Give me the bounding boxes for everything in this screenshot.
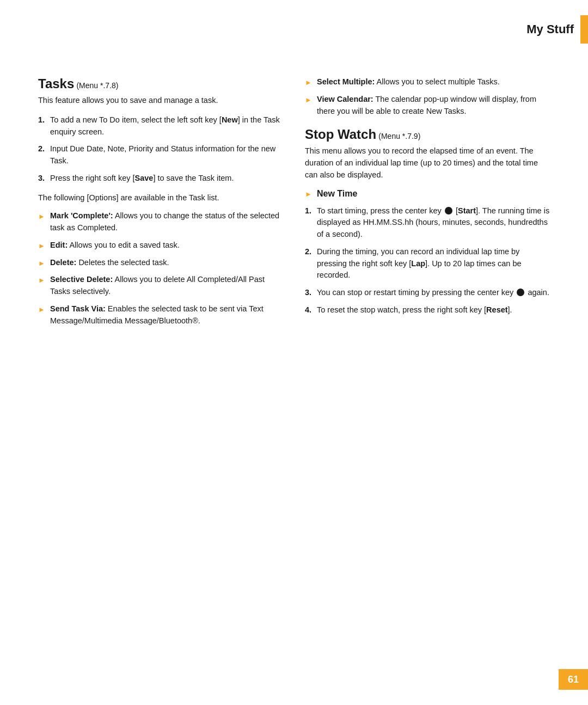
arrow-item-select-multiple: ► Select Multiple: Allows you to select … bbox=[305, 76, 550, 88]
arrow-text-1: Mark 'Complete': Allows you to change th… bbox=[50, 210, 283, 234]
arrow-text-5: Send Task Via: Enables the selected task… bbox=[50, 303, 283, 327]
sw-step-4-text: To reset the stop watch, press the right… bbox=[317, 304, 550, 316]
arrow-text-select-multiple: Select Multiple: Allows you to select mu… bbox=[317, 76, 550, 88]
task-step-1: 1. To add a new To Do item, select the l… bbox=[38, 114, 283, 138]
tasks-title: Tasks bbox=[38, 76, 74, 91]
sw-step-2-number: 2. bbox=[305, 246, 314, 281]
task-step-3: 3. Press the right soft key [Save] to sa… bbox=[38, 173, 283, 185]
circle-icon-2 bbox=[517, 289, 524, 296]
header-title: My Stuff bbox=[526, 22, 580, 36]
arrow-icon-select-multiple: ► bbox=[305, 77, 313, 88]
new-time-label: New Time bbox=[317, 189, 357, 199]
header-accent-bar bbox=[580, 15, 588, 44]
stopwatch-step-3: 3. You can stop or restart timing by pre… bbox=[305, 287, 550, 299]
arrow-text-2: Edit: Allows you to edit a saved task. bbox=[50, 240, 283, 252]
arrow-item-delete: ► Delete: Deletes the selected task. bbox=[38, 257, 283, 269]
step-1-number: 1. bbox=[38, 114, 47, 138]
stopwatch-step-4: 4. To reset the stop watch, press the ri… bbox=[305, 304, 550, 316]
arrow-icon-new-time: ► bbox=[305, 190, 313, 198]
arrow-text-3: Delete: Deletes the selected task. bbox=[50, 257, 283, 269]
tasks-arrow-list: ► Mark 'Complete': Allows you to change … bbox=[38, 210, 283, 327]
page-footer: 61 bbox=[559, 669, 588, 690]
stopwatch-numbered-list: 1. To start timing, press the center key… bbox=[305, 205, 550, 316]
stop-watch-heading: Stop Watch (Menu *.7.9) bbox=[305, 127, 550, 142]
stop-watch-intro: This menu allows you to record the elaps… bbox=[305, 145, 550, 181]
stopwatch-step-1: 1. To start timing, press the center key… bbox=[305, 205, 550, 241]
arrow-icon-1: ► bbox=[38, 211, 46, 234]
content-columns: Tasks (Menu *.7.8) This feature allows y… bbox=[38, 76, 550, 332]
arrow-item-edit: ► Edit: Allows you to edit a saved task. bbox=[38, 240, 283, 252]
stop-watch-menu: (Menu *.7.9) bbox=[378, 132, 420, 140]
step-3-text: Press the right soft key [Save] to save … bbox=[50, 173, 283, 185]
tasks-heading: Tasks (Menu *.7.8) bbox=[38, 76, 283, 91]
new-time-header: ► New Time bbox=[305, 189, 550, 199]
arrow-text-4: Selective Delete: Allows you to delete A… bbox=[50, 274, 283, 298]
arrow-item-selective-delete: ► Selective Delete: Allows you to delete… bbox=[38, 274, 283, 298]
circle-icon-1 bbox=[445, 207, 452, 214]
arrow-item-view-calendar: ► View Calendar: The calendar pop-up win… bbox=[305, 94, 550, 118]
arrow-icon-3: ► bbox=[38, 258, 46, 269]
left-column: Tasks (Menu *.7.8) This feature allows y… bbox=[38, 76, 283, 332]
step-2-number: 2. bbox=[38, 143, 47, 167]
tasks-numbered-list: 1. To add a new To Do item, select the l… bbox=[38, 114, 283, 185]
step-3-number: 3. bbox=[38, 173, 47, 185]
sw-step-2-text: During the timing, you can record an ind… bbox=[317, 246, 550, 281]
arrow-icon-view-calendar: ► bbox=[305, 95, 313, 118]
arrow-icon-2: ► bbox=[38, 241, 46, 252]
sw-step-3-text: You can stop or restart timing by pressi… bbox=[317, 287, 550, 299]
sw-step-4-number: 4. bbox=[305, 304, 314, 316]
page-header: My Stuff bbox=[526, 15, 588, 44]
page-number: 61 bbox=[559, 669, 588, 690]
options-intro: The following [Options] are available in… bbox=[38, 192, 283, 204]
tasks-menu: (Menu *.7.8) bbox=[76, 81, 118, 90]
step-2-text: Input Due Date, Note, Priority and Statu… bbox=[50, 143, 283, 167]
task-step-2: 2. Input Due Date, Note, Priority and St… bbox=[38, 143, 283, 167]
step-1-text: To add a new To Do item, select the left… bbox=[50, 114, 283, 138]
arrow-text-view-calendar: View Calendar: The calendar pop-up windo… bbox=[317, 94, 550, 118]
tasks-intro: This feature allows you to save and mana… bbox=[38, 95, 283, 107]
sw-step-1-text: To start timing, press the center key [S… bbox=[317, 205, 550, 241]
arrow-item-send-task: ► Send Task Via: Enables the selected ta… bbox=[38, 303, 283, 327]
stop-watch-title: Stop Watch bbox=[305, 127, 376, 142]
sw-step-1-number: 1. bbox=[305, 205, 314, 241]
right-column: ► Select Multiple: Allows you to select … bbox=[305, 76, 550, 332]
sw-step-3-number: 3. bbox=[305, 287, 314, 299]
right-arrow-list-top: ► Select Multiple: Allows you to select … bbox=[305, 76, 550, 117]
arrow-icon-5: ► bbox=[38, 304, 46, 327]
stopwatch-step-2: 2. During the timing, you can record an … bbox=[305, 246, 550, 281]
arrow-icon-4: ► bbox=[38, 275, 46, 298]
arrow-item-mark-complete: ► Mark 'Complete': Allows you to change … bbox=[38, 210, 283, 234]
page-container: My Stuff Tasks (Menu *.7.8) This feature… bbox=[0, 0, 588, 705]
